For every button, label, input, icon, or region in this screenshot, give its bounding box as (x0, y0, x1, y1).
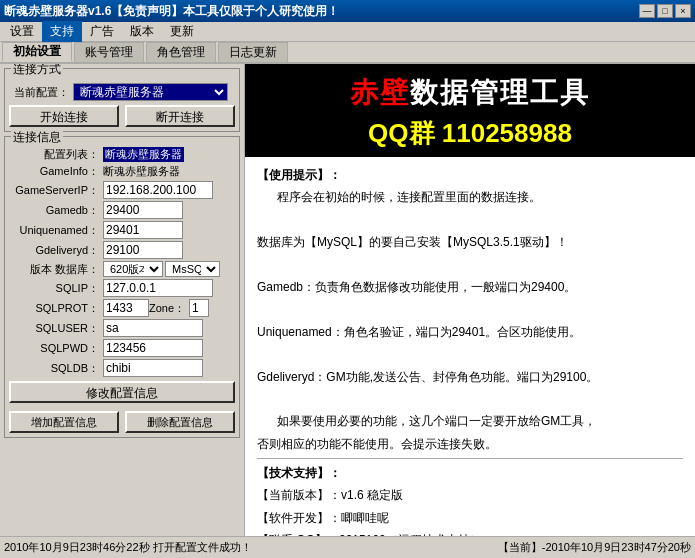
sqlip-input[interactable] (103, 279, 213, 297)
sqlip-label: SQLIP： (9, 281, 99, 296)
gdeliveryd-row: Gdeliveryd： (9, 241, 235, 259)
uniquenamed-input[interactable] (103, 221, 183, 239)
menu-item-settings[interactable]: 设置 (2, 21, 42, 42)
tip-blank-1 (257, 210, 683, 230)
zone-label: Zone： (149, 301, 185, 316)
menu-item-update[interactable]: 更新 (162, 21, 202, 42)
sqluser-row: SQLUSER： (9, 319, 235, 337)
maximize-button[interactable]: □ (657, 4, 673, 18)
add-delete-buttons: 增加配置信息 删除配置信息 (9, 411, 235, 433)
tab-log-update[interactable]: 日志更新 (218, 42, 288, 62)
banner-title-red: 赤壁 (350, 77, 410, 108)
tip-blank-5 (257, 389, 683, 409)
version-select[interactable]: 620版本 (103, 261, 163, 277)
tab-role-mgmt[interactable]: 角色管理 (146, 42, 216, 62)
tip-line-1: 程序会在初始的时候，连接配置里面的数据连接。 (277, 187, 683, 207)
title-bar: 断魂赤壁服务器v1.6【免责声明】本工具仅限于个人研究使用！ — □ × (0, 0, 695, 22)
dbtype-select[interactable]: MsSQL库 (165, 261, 220, 277)
connect-method-title: 连接方式 (11, 64, 63, 78)
menu-item-version[interactable]: 版本 (122, 21, 162, 42)
menu-item-ads[interactable]: 广告 (82, 21, 122, 42)
tip-line-2: 数据库为【MySQL】的要自己安装【MySQL3.5.1驱动】！ (257, 232, 683, 252)
add-config-button[interactable]: 增加配置信息 (9, 411, 119, 433)
tip-blank-3 (257, 299, 683, 319)
right-content: 【使用提示】： 程序会在初始的时候，连接配置里面的数据连接。 数据库为【MySQ… (245, 157, 695, 536)
tips-title: 【使用提示】： (257, 165, 683, 185)
sqlprot-row: SQLPROT： Zone： (9, 299, 235, 317)
gamedb-input[interactable] (103, 201, 183, 219)
status-left: 2010年10月9日23时46分22秒 打开配置文件成功！ (4, 540, 490, 555)
sqlprot-label: SQLPROT： (9, 301, 99, 316)
delete-config-button[interactable]: 删除配置信息 (125, 411, 235, 433)
tip-blank-4 (257, 344, 683, 364)
gameinfo-value: 断魂赤壁服务器 (103, 164, 180, 179)
gameserverip-label: GameServerIP： (9, 183, 99, 198)
version-row: 版本 数据库： 620版本 MsSQL库 (9, 261, 235, 277)
status-right: 【当前】-2010年10月9日23时47分20秒 (498, 540, 691, 555)
version-label: 版本 数据库： (9, 262, 99, 277)
sqlip-row: SQLIP： (9, 279, 235, 297)
tip-line-7: 否则相应的功能不能使用。会提示连接失败。 (257, 434, 683, 454)
tip-line-6: 如果要使用必要的功能，这几个端口一定要开放给GM工具， (277, 411, 683, 431)
gdeliveryd-input[interactable] (103, 241, 183, 259)
connect-buttons: 开始连接 断开连接 (9, 105, 235, 127)
close-button[interactable]: × (675, 4, 691, 18)
main-content: 连接方式 当前配置： 断魂赤壁服务器 开始连接 断开连接 连接信息 配置列表： … (0, 64, 695, 536)
banner-title-white: 数据管理工具 (410, 77, 590, 108)
menu-item-support[interactable]: 支持 (42, 21, 82, 42)
tech-version: 【当前版本】：v1.6 稳定版 (257, 485, 683, 505)
uniquenamed-label: Uniquenamed： (9, 223, 99, 238)
connect-info-group: 连接信息 配置列表： 断魂赤壁服务器 GameInfo： 断魂赤壁服务器 Gam… (4, 136, 240, 438)
gamedb-row: Gamedb： (9, 201, 235, 219)
sqlpwd-row: SQLPWD： (9, 339, 235, 357)
current-config-label: 当前配置： (9, 85, 69, 100)
config-list-label: 配置列表： (9, 147, 99, 162)
right-banner: 赤壁数据管理工具 QQ群 110258988 (245, 64, 695, 157)
left-panel: 连接方式 当前配置： 断魂赤壁服务器 开始连接 断开连接 连接信息 配置列表： … (0, 64, 245, 536)
sqluser-label: SQLUSER： (9, 321, 99, 336)
tip-blank-2 (257, 255, 683, 275)
title-bar-buttons: — □ × (639, 4, 691, 18)
gameserverip-row: GameServerIP： (9, 181, 235, 199)
divider (257, 458, 683, 459)
status-bar: 2010年10月9日23时46分22秒 打开配置文件成功！ 【当前】-2010年… (0, 536, 695, 558)
sqlpwd-label: SQLPWD： (9, 341, 99, 356)
tab-account-mgmt[interactable]: 账号管理 (74, 42, 144, 62)
modify-config-button[interactable]: 修改配置信息 (9, 381, 235, 403)
connect-method-group: 连接方式 当前配置： 断魂赤壁服务器 开始连接 断开连接 (4, 68, 240, 132)
sqldb-label: SQLDB： (9, 361, 99, 376)
disconnect-button[interactable]: 断开连接 (125, 105, 235, 127)
tech-support-title: 【技术支持】： (257, 463, 683, 483)
menu-bar: 设置 支持 广告 版本 更新 (0, 22, 695, 42)
sqlpwd-input[interactable] (103, 339, 203, 357)
config-list-value: 断魂赤壁服务器 (103, 147, 184, 162)
gameinfo-row: GameInfo： 断魂赤壁服务器 (9, 164, 235, 179)
gdeliveryd-label: Gdeliveryd： (9, 243, 99, 258)
banner-qq: QQ群 110258988 (261, 116, 679, 151)
minimize-button[interactable]: — (639, 4, 655, 18)
tech-developer: 【软件开发】：唧唧哇呢 (257, 508, 683, 528)
right-panel: 赤壁数据管理工具 QQ群 110258988 【使用提示】： 程序会在初始的时候… (245, 64, 695, 536)
sqldb-row: SQLDB： (9, 359, 235, 377)
tip-line-5: Gdeliveryd：GM功能,发送公告、封停角色功能。端口为29100。 (257, 367, 683, 387)
zone-input[interactable] (189, 299, 209, 317)
tech-qq: 【联系 QQ】：3315160（远程技术支持） (257, 530, 683, 536)
gamedb-label: Gamedb： (9, 203, 99, 218)
tip-line-4: Uniquenamed：角色名验证，端口为29401。合区功能使用。 (257, 322, 683, 342)
config-list-row: 配置列表： 断魂赤壁服务器 (9, 147, 235, 162)
current-config-row: 当前配置： 断魂赤壁服务器 (9, 83, 235, 101)
window-title: 断魂赤壁服务器v1.6【免责声明】本工具仅限于个人研究使用！ (4, 3, 339, 20)
gameinfo-label: GameInfo： (9, 164, 99, 179)
tab-bar: 初始设置 账号管理 角色管理 日志更新 (0, 42, 695, 64)
tab-initial-setup[interactable]: 初始设置 (2, 42, 72, 62)
gameserverip-input[interactable] (103, 181, 213, 199)
uniquenamed-row: Uniquenamed： (9, 221, 235, 239)
sqlprot-input[interactable] (103, 299, 149, 317)
sqldb-input[interactable] (103, 359, 203, 377)
banner-title: 赤壁数据管理工具 (261, 74, 679, 112)
sqluser-input[interactable] (103, 319, 203, 337)
connect-info-title: 连接信息 (11, 129, 63, 146)
current-config-select[interactable]: 断魂赤壁服务器 (73, 83, 228, 101)
start-connect-button[interactable]: 开始连接 (9, 105, 119, 127)
tip-line-3: Gamedb：负责角色数据修改功能使用，一般端口为29400。 (257, 277, 683, 297)
